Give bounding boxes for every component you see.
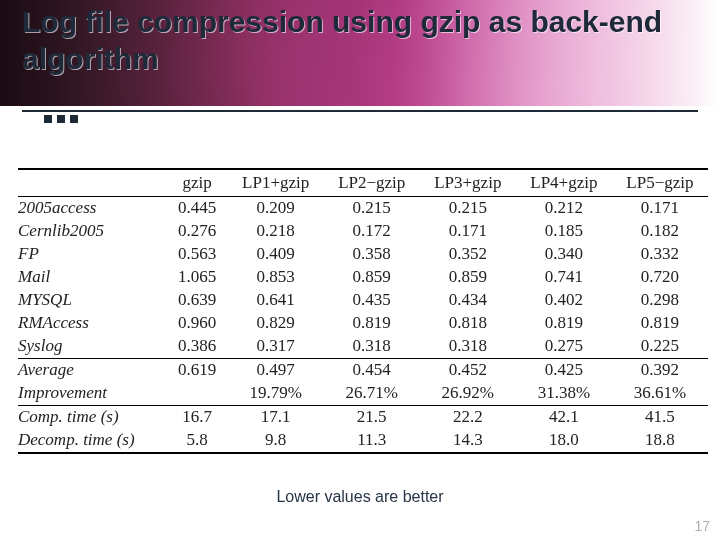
- cell-value: 18.8: [612, 429, 708, 453]
- cell-value: 0.454: [324, 359, 420, 383]
- cell-value: 0.563: [167, 243, 228, 266]
- cell-value: 0.819: [612, 312, 708, 335]
- cell-value: 41.5: [612, 406, 708, 430]
- cell-value: 18.0: [516, 429, 612, 453]
- row-label: Mail: [18, 266, 167, 289]
- table-body: 2005access0.4450.2090.2150.2150.2120.171…: [18, 197, 708, 454]
- table-row: Syslog0.3860.3170.3180.3180.2750.225: [18, 335, 708, 359]
- cell-value: 0.392: [612, 359, 708, 383]
- table-row: Cernlib20050.2760.2180.1720.1710.1850.18…: [18, 220, 708, 243]
- col-header: gzip: [167, 169, 228, 197]
- cell-value: 17.1: [228, 406, 324, 430]
- cell-value: 16.7: [167, 406, 228, 430]
- cell-value: 0.209: [228, 197, 324, 221]
- cell-value: 0.171: [612, 197, 708, 221]
- row-label: Decomp. time (s): [18, 429, 167, 453]
- cell-value: 0.317: [228, 335, 324, 359]
- cell-value: 0.619: [167, 359, 228, 383]
- page-number: 17: [694, 518, 710, 534]
- cell-value: 0.358: [324, 243, 420, 266]
- title-gradient-band: Log file compression using gzip as back-…: [0, 0, 720, 106]
- cell-value: 0.960: [167, 312, 228, 335]
- cell-value: 9.8: [228, 429, 324, 453]
- cell-value: 0.720: [612, 266, 708, 289]
- col-header: [18, 169, 167, 197]
- col-header: LP5−gzip: [612, 169, 708, 197]
- cell-value: 14.3: [420, 429, 516, 453]
- cell-value: 0.435: [324, 289, 420, 312]
- table-row: FP0.5630.4090.3580.3520.3400.332: [18, 243, 708, 266]
- cell-value: 36.61%: [612, 382, 708, 406]
- cell-value: 0.741: [516, 266, 612, 289]
- cell-value: 22.2: [420, 406, 516, 430]
- row-label: Comp. time (s): [18, 406, 167, 430]
- row-label: FP: [18, 243, 167, 266]
- square-icon: [70, 115, 78, 123]
- row-label: Cernlib2005: [18, 220, 167, 243]
- cell-value: 26.71%: [324, 382, 420, 406]
- table-row: 2005access0.4450.2090.2150.2150.2120.171: [18, 197, 708, 221]
- table-row: Decomp. time (s)5.89.811.314.318.018.8: [18, 429, 708, 453]
- col-header: LP2−gzip: [324, 169, 420, 197]
- square-icon: [44, 115, 52, 123]
- cell-value: 0.386: [167, 335, 228, 359]
- bullet-squares: [22, 112, 698, 123]
- table-header-row: gzip LP1+gzip LP2−gzip LP3+gzip LP4+gzip…: [18, 169, 708, 197]
- cell-value: 0.445: [167, 197, 228, 221]
- results-table: gzip LP1+gzip LP2−gzip LP3+gzip LP4+gzip…: [18, 168, 708, 454]
- cell-value: 0.829: [228, 312, 324, 335]
- col-header: LP4+gzip: [516, 169, 612, 197]
- cell-value: 0.425: [516, 359, 612, 383]
- col-header: LP3+gzip: [420, 169, 516, 197]
- cell-value: 0.853: [228, 266, 324, 289]
- table-row: Comp. time (s)16.717.121.522.242.141.5: [18, 406, 708, 430]
- cell-value: 0.318: [420, 335, 516, 359]
- cell-value: 42.1: [516, 406, 612, 430]
- col-header: LP1+gzip: [228, 169, 324, 197]
- cell-value: 0.276: [167, 220, 228, 243]
- cell-value: 5.8: [167, 429, 228, 453]
- cell-value: 26.92%: [420, 382, 516, 406]
- cell-value: 0.818: [420, 312, 516, 335]
- cell-value: 0.172: [324, 220, 420, 243]
- row-label: Average: [18, 359, 167, 383]
- cell-value: 0.340: [516, 243, 612, 266]
- cell-value: 0.819: [516, 312, 612, 335]
- cell-value: 0.215: [420, 197, 516, 221]
- slide-title: Log file compression using gzip as back-…: [22, 4, 700, 77]
- cell-value: 0.639: [167, 289, 228, 312]
- cell-value: 0.212: [516, 197, 612, 221]
- title-rule-wrap: [0, 110, 720, 123]
- cell-value: 0.497: [228, 359, 324, 383]
- cell-value: 0.452: [420, 359, 516, 383]
- row-label: RMAccess: [18, 312, 167, 335]
- cell-value: 0.332: [612, 243, 708, 266]
- cell-value: 0.318: [324, 335, 420, 359]
- cell-value: 0.182: [612, 220, 708, 243]
- cell-value: 11.3: [324, 429, 420, 453]
- cell-value: 0.298: [612, 289, 708, 312]
- cell-value: 0.819: [324, 312, 420, 335]
- table-row: Mail1.0650.8530.8590.8590.7410.720: [18, 266, 708, 289]
- cell-value: 0.352: [420, 243, 516, 266]
- cell-value: 0.859: [324, 266, 420, 289]
- cell-value: 31.38%: [516, 382, 612, 406]
- row-label: Improvement: [18, 382, 167, 406]
- results-table-wrap: gzip LP1+gzip LP2−gzip LP3+gzip LP4+gzip…: [18, 168, 708, 454]
- cell-value: 0.275: [516, 335, 612, 359]
- table-row: Average0.6190.4970.4540.4520.4250.392: [18, 359, 708, 383]
- square-icon: [57, 115, 65, 123]
- row-label: Syslog: [18, 335, 167, 359]
- cell-value: 19.79%: [228, 382, 324, 406]
- cell-value: 1.065: [167, 266, 228, 289]
- cell-value: 0.402: [516, 289, 612, 312]
- table-row: MYSQL0.6390.6410.4350.4340.4020.298: [18, 289, 708, 312]
- cell-value: 0.185: [516, 220, 612, 243]
- row-label: MYSQL: [18, 289, 167, 312]
- cell-value: 0.171: [420, 220, 516, 243]
- cell-value: 0.225: [612, 335, 708, 359]
- row-label: 2005access: [18, 197, 167, 221]
- cell-value: 0.218: [228, 220, 324, 243]
- cell-value: 0.641: [228, 289, 324, 312]
- table-row: Improvement19.79%26.71%26.92%31.38%36.61…: [18, 382, 708, 406]
